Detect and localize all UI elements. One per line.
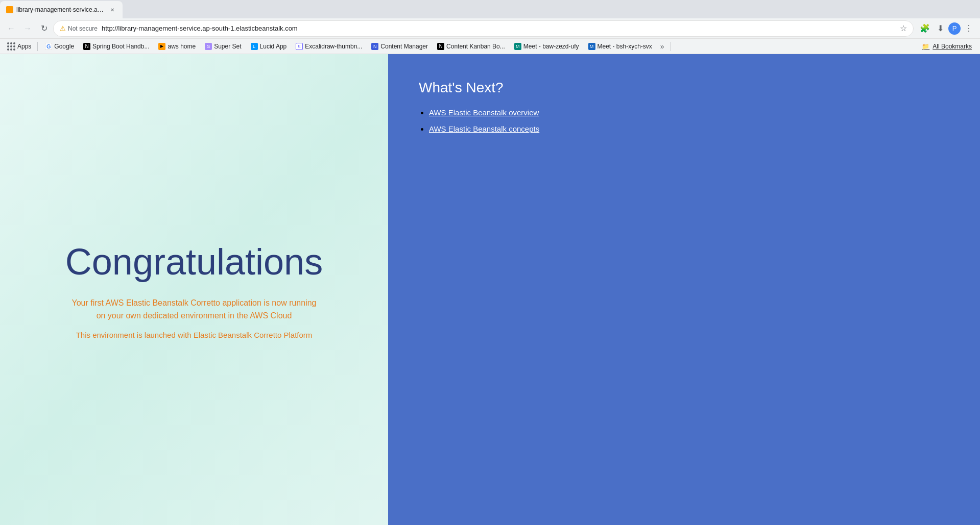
bookmark-star-icon[interactable]: ☆	[900, 23, 907, 33]
page-content: Congratulations Your first AWS Elastic B…	[0, 54, 980, 525]
content-kanban-label: Content Kanban Bo...	[446, 43, 505, 50]
bookmark-spring-boot[interactable]: N Spring Boot Handb...	[79, 41, 153, 52]
content-manager-favicon: N	[371, 43, 378, 50]
bookmark-google[interactable]: G Google	[41, 41, 78, 52]
super-set-label: Super Set	[214, 43, 241, 50]
navigation-bar: ← → ↻ ⚠ Not secure http://library-manage…	[0, 18, 980, 39]
whats-next-title: What's Next?	[419, 80, 949, 96]
google-favicon: G	[45, 43, 52, 50]
apps-grid-icon	[7, 42, 15, 51]
tab-close-button[interactable]: ✕	[108, 6, 116, 14]
congratulations-platform: This environment is launched with Elasti…	[76, 331, 313, 339]
superset-favicon: S	[205, 43, 212, 50]
warning-icon: ⚠	[60, 24, 66, 32]
url-text: http://library-management-service.ap-sou…	[102, 24, 896, 32]
more-bookmarks-icon: »	[660, 42, 664, 51]
bookmark-super-set[interactable]: S Super Set	[201, 41, 245, 52]
chrome-browser: library-management-service.ap-south-1.el…	[0, 0, 980, 54]
bookmarks-bar: Apps G Google N Spring Boot Handb... ▶ a…	[0, 39, 980, 54]
notion-favicon: N	[83, 43, 90, 50]
bookmark-lucid-app[interactable]: L Lucid App	[247, 41, 291, 52]
back-button[interactable]: ←	[4, 21, 18, 36]
profile-avatar[interactable]: P	[948, 22, 961, 35]
bookmark-content-kanban[interactable]: N Content Kanban Bo...	[433, 41, 509, 52]
meet-bsh-favicon: M	[588, 43, 595, 50]
left-panel: Congratulations Your first AWS Elastic B…	[0, 54, 388, 525]
address-bar[interactable]: ⚠ Not secure http://library-management-s…	[53, 20, 914, 37]
menu-button[interactable]: ⋮	[962, 21, 976, 36]
all-bookmarks-link[interactable]: 📁 All Bookmarks	[918, 41, 976, 52]
forward-button[interactable]: →	[20, 21, 35, 36]
content-manager-label: Content Manager	[380, 43, 428, 50]
bookmark-aws-home[interactable]: ▶ aws home	[154, 41, 200, 52]
reload-button[interactable]: ↻	[37, 21, 51, 36]
aws-concepts-link[interactable]: AWS Elastic Beanstalk concepts	[429, 124, 539, 133]
apps-label: Apps	[17, 43, 31, 50]
nav-right-icons: 🧩 ⬇ P ⋮	[918, 21, 976, 36]
tab-bar: library-management-service.ap-south-1.el…	[0, 0, 980, 18]
aws-favicon: ▶	[158, 43, 165, 50]
security-label: Not secure	[68, 25, 98, 32]
lucid-favicon: L	[251, 43, 258, 50]
tab-title: library-management-service.ap-south-1.el…	[16, 6, 106, 13]
aws-overview-link[interactable]: AWS Elastic Beanstalk overview	[429, 108, 539, 117]
meet-baw-favicon: M	[514, 43, 521, 50]
aws-home-label: aws home	[168, 43, 196, 50]
bookmark-excalidraw[interactable]: E Excalidraw-thumbn...	[292, 41, 366, 52]
active-tab[interactable]: library-management-service.ap-south-1.el…	[0, 1, 123, 18]
downloads-button[interactable]: ⬇	[933, 21, 947, 36]
whats-next-links: AWS Elastic Beanstalk overview AWS Elast…	[419, 108, 949, 134]
content-kanban-favicon: N	[437, 43, 444, 50]
bookmark-content-manager[interactable]: N Content Manager	[367, 41, 432, 52]
spring-boot-label: Spring Boot Handb...	[92, 43, 149, 50]
security-badge: ⚠ Not secure	[60, 24, 98, 32]
excalidraw-favicon: E	[296, 43, 303, 50]
bookmark-separator-2	[671, 42, 671, 51]
bookmark-meet-bsh[interactable]: M Meet - bsh-xych-svx	[584, 41, 656, 52]
tab-favicon	[6, 6, 13, 13]
all-bookmarks-label: All Bookmarks	[933, 43, 972, 50]
bookmark-meet-baw[interactable]: M Meet - baw-zezd-ufy	[510, 41, 583, 52]
extensions-button[interactable]: 🧩	[918, 21, 932, 36]
excalidraw-label: Excalidraw-thumbn...	[305, 43, 362, 50]
lucid-app-label: Lucid App	[260, 43, 287, 50]
folder-icon: 📁	[922, 43, 929, 50]
congratulations-subtitle: Your first AWS Elastic Beanstalk Corrett…	[71, 296, 317, 322]
bookmark-separator	[37, 42, 38, 51]
right-panel: What's Next? AWS Elastic Beanstalk overv…	[388, 54, 980, 525]
meet-bsh-label: Meet - bsh-xych-svx	[597, 43, 652, 50]
whats-next-link-item-2: AWS Elastic Beanstalk concepts	[429, 124, 949, 134]
congratulations-title: Congratulations	[65, 240, 323, 284]
google-label: Google	[54, 43, 74, 50]
apps-bookmark[interactable]: Apps	[4, 40, 34, 53]
whats-next-link-item-1: AWS Elastic Beanstalk overview	[429, 108, 949, 117]
meet-baw-label: Meet - baw-zezd-ufy	[523, 43, 579, 50]
more-bookmarks-button[interactable]: »	[657, 40, 667, 53]
